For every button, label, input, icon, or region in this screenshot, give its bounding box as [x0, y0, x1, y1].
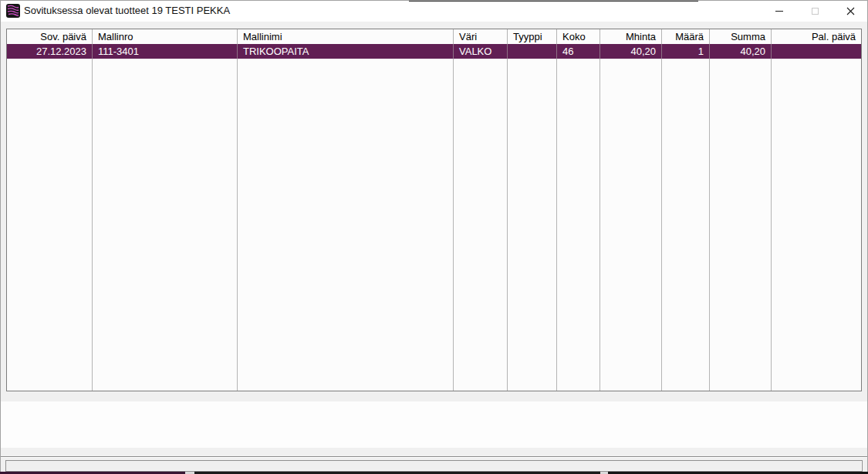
table-row-cell-mhinta[interactable]: 40,20	[600, 44, 662, 59]
column-header-mallinro: Mallinro	[93, 29, 238, 44]
column-header-koko: Koko	[557, 29, 600, 44]
table-row-cell-koko[interactable]: 46	[557, 44, 600, 59]
table-filler-column	[772, 59, 861, 391]
column-header-tyyppi: Tyyppi	[508, 29, 557, 44]
table-row-cell-vari[interactable]: VALKO	[454, 44, 508, 59]
column-header-mallinimi: Mallinimi	[238, 29, 454, 44]
maximize-icon	[812, 8, 819, 15]
maximize-button[interactable]	[797, 0, 833, 22]
column-header-vari: Väri	[454, 29, 508, 44]
table-row-cell-maara[interactable]: 1	[662, 44, 710, 59]
table-filler-column	[7, 59, 93, 391]
window-title: Sovituksessa olevat tuotteet 19 TESTI PE…	[24, 0, 230, 22]
column-header-pal-paiva: Pal. päivä	[772, 29, 861, 44]
statusbar-divider	[0, 456, 868, 458]
table-row-cell-summa[interactable]: 40,20	[710, 44, 772, 59]
app-logo-icon	[6, 4, 20, 18]
table-filler-column	[454, 59, 508, 391]
column-header-maara: Määrä	[662, 29, 710, 44]
window-controls	[762, 0, 868, 22]
background-window-sliver	[409, 0, 698, 2]
close-icon	[846, 7, 855, 15]
table-row-cell-sov-paiva[interactable]: 27.12.2023	[7, 44, 93, 59]
minimize-icon	[775, 11, 783, 12]
table-row-cell-pal-paiva[interactable]	[772, 44, 861, 59]
column-header-sov-paiva: Sov. päivä	[7, 29, 93, 44]
status-field	[5, 460, 863, 472]
table-row-cell-mallinimi[interactable]: TRIKOOPAITA	[238, 44, 454, 59]
table-filler-column	[662, 59, 710, 391]
table-filler-column	[508, 59, 557, 391]
table-row-cell-tyyppi[interactable]	[508, 44, 557, 59]
table-filler-column	[600, 59, 662, 391]
products-table: Sov. päivä Mallinro Mallinimi Väri Tyypp…	[6, 29, 862, 391]
column-header-mhinta: Mhinta	[600, 29, 662, 44]
table-filler-column	[238, 59, 454, 391]
titlebar: Sovituksessa olevat tuotteet 19 TESTI PE…	[0, 0, 868, 22]
table-filler-column	[710, 59, 772, 391]
column-header-summa: Summa	[710, 29, 772, 44]
button-bar: OHJE F1 VALITSE Kaikki sovitukset F2 POI…	[1, 401, 867, 448]
minimize-button[interactable]	[762, 0, 797, 22]
table-filler-column	[557, 59, 600, 391]
close-button[interactable]	[833, 0, 868, 22]
table-row-cell-mallinro[interactable]: 111-3401	[93, 44, 238, 59]
table-filler-column	[93, 59, 238, 391]
